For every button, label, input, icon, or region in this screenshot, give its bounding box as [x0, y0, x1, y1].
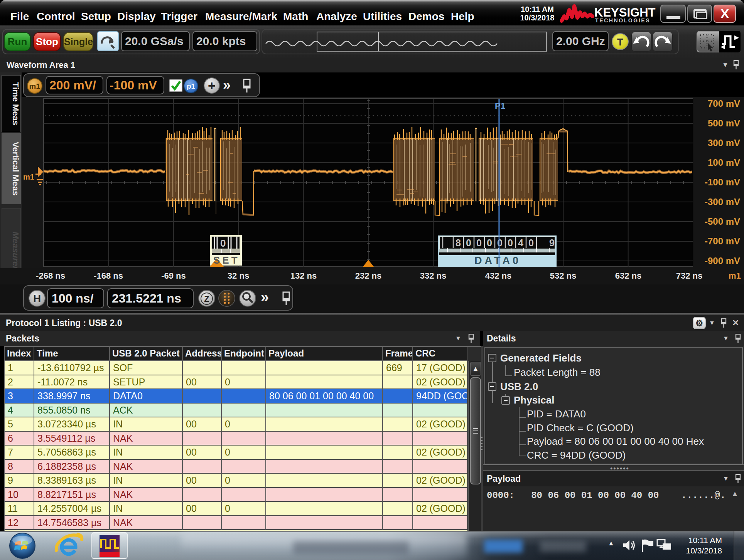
svg-text:P1: P1 — [495, 101, 505, 111]
svg-text:4: 4 — [518, 237, 523, 248]
svg-text:0: 0 — [528, 237, 534, 248]
svg-text:9: 9 — [549, 237, 555, 248]
svg-text:DATA0: DATA0 — [474, 255, 521, 266]
svg-text:m1: m1 — [23, 173, 34, 181]
svg-text:8: 8 — [456, 237, 461, 248]
svg-text:0: 0 — [487, 237, 492, 248]
svg-text:0: 0 — [476, 237, 482, 248]
svg-text:0: 0 — [220, 237, 226, 249]
svg-text:SET: SET — [213, 254, 240, 266]
svg-text:0: 0 — [466, 237, 471, 248]
svg-text:0: 0 — [497, 237, 503, 248]
svg-text:0: 0 — [508, 237, 513, 248]
